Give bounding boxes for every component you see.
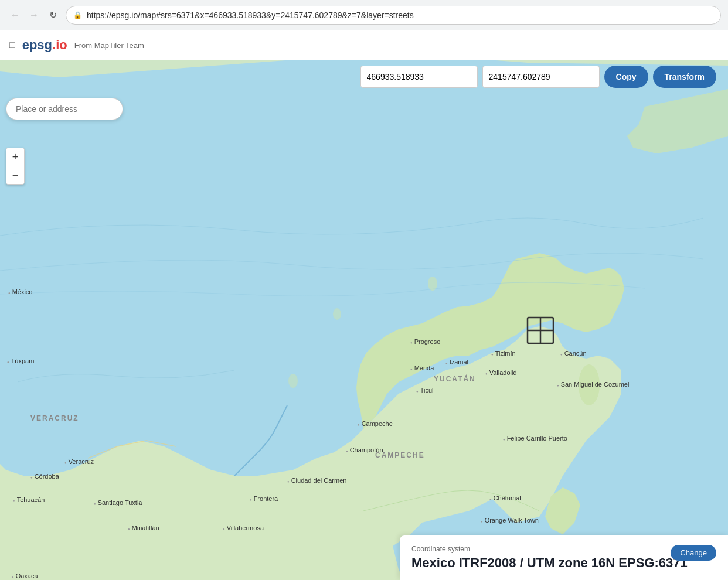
svg-point-1 (579, 364, 600, 405)
coord-system-title: Mexico ITRF2008 / UTM zone 16N EPSG:6371 (411, 555, 716, 571)
place-search-input[interactable] (6, 98, 123, 120)
zoom-in-button[interactable]: + (6, 148, 24, 166)
place-search (6, 98, 123, 120)
copy-button[interactable]: Copy (604, 66, 648, 88)
logo-bar: □ epsg .io From MapTiler Team (0, 30, 728, 60)
refresh-button[interactable]: ↻ (45, 7, 61, 23)
lock-icon: 🔒 (73, 11, 82, 19)
svg-point-3 (333, 308, 341, 320)
change-button[interactable]: Change (671, 545, 716, 561)
forward-button[interactable]: → (26, 7, 42, 23)
expand-icon[interactable]: □ (9, 40, 15, 50)
zoom-controls: + − (6, 148, 25, 185)
bottom-panel: Coordinate system Mexico ITRF2008 / UTM … (400, 535, 728, 580)
logo-epsg: epsg (22, 37, 52, 53)
url-text: https://epsg.io/map#srs=6371&x=466933.51… (87, 11, 713, 20)
svg-point-4 (288, 374, 298, 388)
map-container[interactable]: □ epsg .io From MapTiler Team Copy Trans… (0, 30, 728, 580)
back-button[interactable]: ← (7, 7, 23, 23)
browser-chrome: ← → ↻ 🔒 https://epsg.io/map#srs=6371&x=4… (0, 0, 728, 30)
logo-io: .io (52, 37, 67, 53)
logo-from-text: From MapTiler Team (74, 41, 144, 50)
x-coordinate-input[interactable] (360, 66, 478, 88)
coordinate-bar: Copy Transform (360, 66, 716, 88)
zoom-out-button[interactable]: − (6, 166, 24, 184)
y-coordinate-input[interactable] (482, 66, 600, 88)
address-bar[interactable]: 🔒 https://epsg.io/map#srs=6371&x=466933.… (66, 6, 721, 25)
nav-buttons: ← → ↻ (7, 7, 61, 23)
logo[interactable]: epsg .io (22, 37, 67, 53)
transform-button[interactable]: Transform (653, 66, 716, 88)
